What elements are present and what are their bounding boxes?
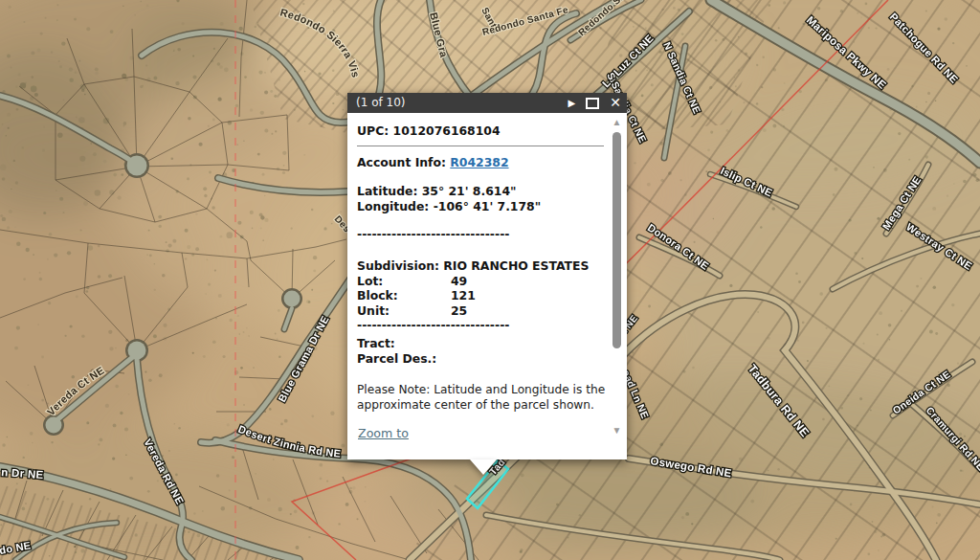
subdivision-row: Subdivision: RIO RANCHO ESTATES (357, 258, 604, 274)
close-button[interactable]: ✕ (610, 93, 621, 113)
subdivision-value: RIO RANCHO ESTATES (443, 258, 589, 273)
latitude-value: 35° 21' 8.614" (422, 184, 517, 198)
tract-row: Tract: (357, 336, 604, 351)
next-feature-button[interactable]: ▶ (568, 93, 576, 113)
longitude-row: Longitude: -106° 41' 7.178" (357, 199, 604, 214)
lot-row: Lot:49 (357, 274, 604, 289)
feature-popup: (1 of 10) ▶ ✕ UPC: 1012076168104 Account… (347, 93, 627, 459)
dashed-separator: ------------------------------- (357, 318, 604, 333)
account-link[interactable]: R042382 (450, 155, 508, 169)
scroll-up-arrow-icon[interactable]: ▲ (611, 117, 623, 128)
unit-row: Unit:25 (357, 303, 604, 319)
popup-pointer (470, 459, 497, 475)
parcel-des-row: Parcel Des.: (357, 351, 604, 367)
popup-note: Please Note: Latitude and Longitude is t… (357, 382, 608, 413)
popup-header[interactable]: (1 of 10) ▶ ✕ (347, 93, 627, 113)
longitude-value: -106° 41' 7.178" (434, 199, 542, 213)
latitude-row: Latitude: 35° 21' 8.614" (357, 184, 604, 199)
popup-scrollbar[interactable]: ▲ ▼ (611, 117, 623, 456)
maximize-button[interactable] (586, 98, 599, 109)
lot-value: 49 (451, 274, 467, 288)
popup-title: (1 of 10) (356, 93, 405, 113)
block-value: 121 (451, 288, 476, 302)
zoom-to-link[interactable]: Zoom to (358, 426, 409, 441)
block-row: Block:121 (357, 288, 604, 303)
maximize-icon (586, 98, 599, 109)
scrollbar-thumb[interactable] (612, 132, 621, 348)
popup-body: UPC: 1012076168104 Account Info: R042382… (347, 113, 627, 459)
map-region: Redondo Sierra VisBlue GraSantaRedondo S… (0, 0, 980, 560)
upc-value: 1012076168104 (393, 123, 501, 138)
dashed-separator: ------------------------------- (357, 227, 604, 242)
account-row: Account Info: R042382 (357, 155, 604, 170)
unit-value: 25 (451, 303, 467, 318)
divider (357, 146, 604, 146)
upc-row: UPC: 1012076168104 (357, 123, 604, 139)
scroll-down-arrow-icon[interactable]: ▼ (611, 425, 623, 437)
